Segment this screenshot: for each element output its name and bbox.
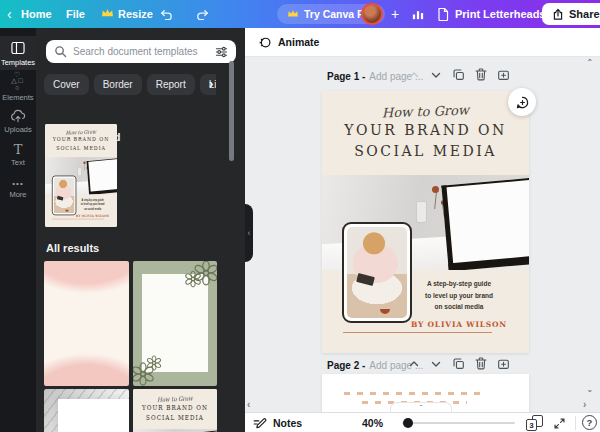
zoom-slider-handle[interactable] xyxy=(403,418,413,428)
filter-pill-list[interactable]: List xyxy=(200,74,216,95)
comment-plus-icon xyxy=(515,95,530,110)
animate-button[interactable]: Animate xyxy=(258,36,319,49)
templates-panel: Cover Border Report List Mer › Recently … xyxy=(36,28,245,432)
sidebar-item-templates[interactable]: Templates xyxy=(0,36,36,70)
back-chevron-icon[interactable]: ‹ xyxy=(7,0,12,28)
zoom-slider-track[interactable] xyxy=(402,422,515,424)
panel-scrollbar[interactable] xyxy=(229,61,234,161)
move-page-down-icon[interactable] xyxy=(430,356,442,374)
context-toolbar: Animate xyxy=(245,28,600,57)
search-box[interactable] xyxy=(46,40,236,63)
design-body-text[interactable]: A step-by-step guide to level up your br… xyxy=(399,278,519,330)
design-title-line2[interactable]: SOCIAL MEDIA xyxy=(322,142,529,161)
redo-button[interactable] xyxy=(196,0,209,28)
search-icon xyxy=(54,45,67,58)
editor-canvas: Animate Page 1 - Add page ... How to Gro… xyxy=(245,28,600,432)
template-thumbnail-marble[interactable] xyxy=(44,389,129,432)
add-comment-button[interactable] xyxy=(508,88,536,116)
avatar[interactable] xyxy=(361,3,383,25)
vase-decor xyxy=(416,201,427,223)
home-button[interactable]: Home xyxy=(21,0,52,28)
crown-icon xyxy=(287,8,299,20)
scroll-up-icon[interactable]: ˆ xyxy=(588,59,591,69)
page1-canvas[interactable]: How to Grow YOUR BRAND ON SOCIAL MEDIA A… xyxy=(322,91,529,353)
file-button[interactable]: File xyxy=(66,0,85,28)
page-count-button[interactable]: 3 xyxy=(526,415,543,431)
add-page-icon[interactable] xyxy=(497,356,510,374)
flower-art-icon xyxy=(183,269,203,289)
add-page-icon[interactable] xyxy=(497,67,510,85)
design-byline: BY OLIVIA WILSON xyxy=(72,214,114,219)
undo-button[interactable] xyxy=(160,0,173,28)
notes-button[interactable]: Notes xyxy=(253,413,302,432)
crown-icon xyxy=(101,8,114,20)
bottom-bar-collapse-tab[interactable]: ˆ xyxy=(390,402,452,412)
elements-icon: ♡△□○ xyxy=(11,72,26,92)
filter-sliders-icon[interactable] xyxy=(215,46,228,58)
document-icon xyxy=(437,7,449,21)
page1-controls xyxy=(408,68,510,84)
design-byline[interactable]: BY OLIVIA WILSON xyxy=(399,319,519,331)
design-title-line2: SOCIAL MEDIA xyxy=(45,144,117,151)
sidebar-item-uploads[interactable]: Uploads xyxy=(0,104,36,138)
move-page-down-icon[interactable] xyxy=(430,67,442,85)
move-page-up-icon[interactable] xyxy=(408,356,420,374)
resize-button[interactable]: Resize xyxy=(101,0,153,28)
redo-icon xyxy=(196,9,209,20)
pills-scroll-right-icon[interactable]: › xyxy=(209,76,213,91)
design-title-line1: YOUR BRAND ON xyxy=(45,136,117,143)
templates-icon xyxy=(10,40,26,56)
scroll-down-icon[interactable]: ˇ xyxy=(588,390,591,400)
zoom-value: 40% xyxy=(362,413,383,432)
design-photo-card[interactable] xyxy=(342,222,412,323)
template-thumbnail-pink-watercolor[interactable] xyxy=(44,261,129,386)
delete-page-icon[interactable] xyxy=(475,67,487,85)
duplicate-page-icon[interactable] xyxy=(452,67,465,85)
filter-pills: Cover Border Report List Mer xyxy=(44,74,216,95)
sidebar-item-more[interactable]: ••• More xyxy=(0,172,36,206)
template-thumbnail-brand-cover[interactable]: How to Grow YOUR BRAND ON SOCIAL MEDIA A… xyxy=(133,389,217,432)
panel-collapse-tab[interactable]: ‹ xyxy=(245,204,253,262)
move-page-up-icon[interactable] xyxy=(408,67,420,85)
search-input[interactable] xyxy=(73,46,209,57)
fullscreen-button[interactable] xyxy=(553,413,566,432)
flower-decor xyxy=(432,186,439,193)
filter-pill-cover[interactable]: Cover xyxy=(44,74,89,95)
delete-page-icon[interactable] xyxy=(475,356,487,374)
insights-button[interactable] xyxy=(411,0,425,28)
flower-art-icon xyxy=(145,354,163,372)
sidebar-rail: Templates ♡△□○ Elements Uploads T Text •… xyxy=(0,28,36,432)
design-title-line1[interactable]: YOUR BRAND ON xyxy=(322,121,529,140)
divider xyxy=(575,416,576,430)
bar-chart-icon xyxy=(411,7,425,21)
monitor-decor xyxy=(441,177,529,270)
text-icon: T xyxy=(14,144,23,156)
design-divider-line xyxy=(343,332,492,333)
duplicate-page-icon[interactable] xyxy=(452,356,465,374)
scroll-left-icon[interactable]: ‹ xyxy=(247,400,250,410)
filter-pill-report[interactable]: Report xyxy=(147,74,195,95)
undo-icon xyxy=(160,9,173,20)
sidebar-item-elements[interactable]: ♡△□○ Elements xyxy=(0,70,36,104)
print-letterheads-button[interactable]: Print Letterheads xyxy=(437,0,545,28)
share-button[interactable]: Share xyxy=(542,3,600,25)
sidebar-item-text[interactable]: T Text xyxy=(0,138,36,172)
canva-editor: ‹ Home File Resize Try Canva Pro + Print… xyxy=(0,0,600,432)
design-script-title[interactable]: How to Grow xyxy=(322,100,529,122)
filter-pill-border[interactable]: Border xyxy=(94,74,142,95)
all-results-heading: All results xyxy=(46,242,99,254)
recent-template-thumbnail[interactable]: How to Grow YOUR BRAND ON SOCIAL MEDIA A… xyxy=(45,124,117,227)
expand-icon xyxy=(553,417,566,430)
animate-icon xyxy=(258,36,271,49)
help-button[interactable]: ? xyxy=(582,415,597,430)
more-dots-icon: ••• xyxy=(12,180,23,188)
add-member-button[interactable]: + xyxy=(391,0,399,28)
bottom-bar: Notes 40% 3 ? xyxy=(245,412,600,432)
template-thumbnail-green-floral[interactable] xyxy=(133,261,217,386)
upload-cloud-icon xyxy=(10,109,26,123)
scroll-right-icon[interactable]: › xyxy=(583,400,586,410)
top-bar: ‹ Home File Resize Try Canva Pro + Print… xyxy=(0,0,600,28)
page2-controls xyxy=(408,357,510,373)
share-icon xyxy=(552,8,564,21)
notes-pencil-icon xyxy=(253,417,267,429)
